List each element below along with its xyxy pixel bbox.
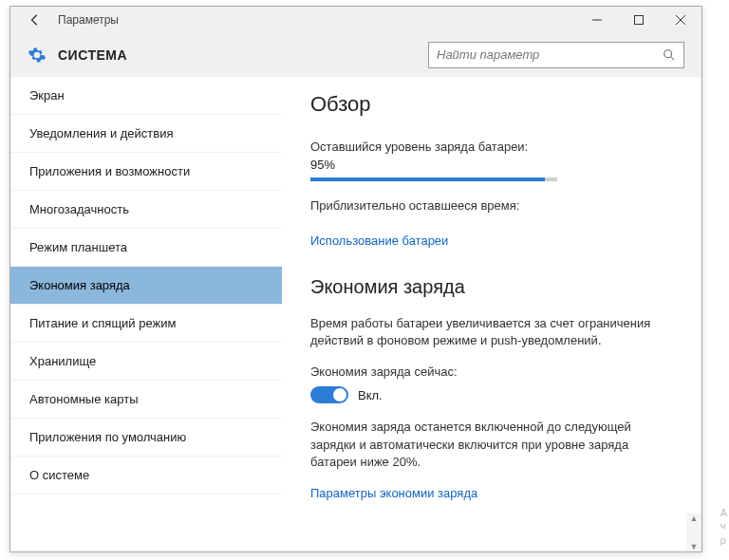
close-button[interactable] (660, 7, 701, 33)
scroll-down-icon: ▼ (690, 542, 699, 551)
scrollbar[interactable]: ▲ ▼ (686, 513, 701, 551)
saver-toggle-label: Вкл. (358, 388, 383, 402)
saver-description: Время работы батареи увеличивается за сч… (310, 315, 673, 349)
search-box[interactable] (428, 42, 684, 68)
overview-heading: Обзор (310, 92, 673, 117)
titlebar: Параметры (10, 7, 701, 33)
sidebar-item[interactable]: Экран (10, 77, 282, 115)
window-title: Параметры (58, 13, 119, 27)
battery-progress (310, 177, 557, 181)
battery-percent: 95% (310, 158, 673, 172)
maximize-icon (634, 15, 644, 25)
battery-remaining-label: Оставшийся уровень заряда батареи: (310, 140, 673, 154)
gear-icon (28, 46, 47, 65)
content: Обзор Оставшийся уровень заряда батареи:… (282, 77, 701, 551)
scroll-up-icon: ▲ (690, 513, 699, 523)
sidebar-item[interactable]: Приложения и возможности (10, 153, 282, 191)
sidebar-item[interactable]: Питание и спящий режим (10, 305, 282, 343)
saver-toggle-row: Вкл. (310, 386, 673, 403)
battery-usage-link[interactable]: Использование батареи (310, 233, 448, 248)
cropped-text: А ч р (720, 506, 727, 547)
sidebar-item[interactable]: Многозадачность (10, 191, 282, 229)
maximize-button[interactable] (618, 7, 660, 33)
arrow-left-icon (28, 13, 42, 27)
saver-settings-link[interactable]: Параметры экономии заряда (310, 486, 477, 500)
svg-point-1 (664, 49, 672, 57)
sidebar-item[interactable]: Режим планшета (10, 229, 282, 267)
saver-heading: Экономия заряда (310, 276, 673, 298)
sidebar-item[interactable]: О системе (10, 457, 282, 495)
search-icon (663, 48, 676, 62)
sidebar-item[interactable]: Хранилище (10, 343, 282, 381)
saver-toggle[interactable] (310, 386, 348, 403)
svg-rect-0 (635, 16, 644, 25)
close-icon (676, 15, 685, 25)
battery-progress-bar (310, 177, 545, 181)
page-title: СИСТЕМА (58, 47, 428, 63)
settings-window: Параметры СИСТЕМА ЭкранУведомлени (9, 6, 702, 552)
time-remaining-label: Приблизительно оставшееся время: (310, 198, 673, 213)
sidebar-item[interactable]: Автономные карты (10, 381, 282, 419)
window-controls (576, 7, 701, 33)
sidebar-item[interactable]: Экономия заряда (10, 267, 282, 305)
toggle-knob (333, 388, 346, 401)
saver-now-label: Экономия заряда сейчас: (310, 364, 673, 379)
minimize-button[interactable] (576, 7, 618, 33)
header: СИСТЕМА (10, 33, 701, 77)
saver-auto-text: Экономия заряда останется включенной до … (310, 419, 673, 471)
back-button[interactable] (18, 7, 52, 33)
sidebar-item[interactable]: Уведомления и действия (10, 115, 282, 153)
minimize-icon (592, 15, 602, 25)
sidebar: ЭкранУведомления и действияПриложения и … (10, 77, 282, 551)
body: ЭкранУведомления и действияПриложения и … (10, 77, 701, 551)
sidebar-item[interactable]: Приложения по умолчанию (10, 419, 282, 457)
search-input[interactable] (437, 47, 663, 62)
